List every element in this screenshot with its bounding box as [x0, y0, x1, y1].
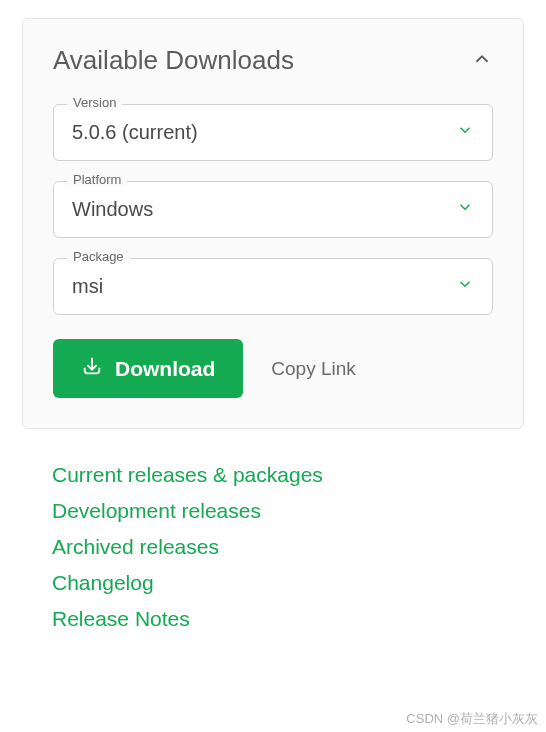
version-field-group: Version 5.0.6 (current) [53, 104, 493, 161]
download-icon [81, 355, 103, 382]
action-row: Download Copy Link [53, 339, 493, 398]
link-development-releases[interactable]: Development releases [52, 499, 524, 523]
package-value: msi [72, 275, 103, 298]
platform-field-group: Platform Windows [53, 181, 493, 238]
download-label: Download [115, 357, 215, 381]
chevron-up-icon[interactable] [471, 48, 493, 74]
chevron-down-icon [456, 275, 474, 298]
link-changelog[interactable]: Changelog [52, 571, 524, 595]
version-value: 5.0.6 (current) [72, 121, 198, 144]
chevron-down-icon [456, 121, 474, 144]
version-select[interactable]: 5.0.6 (current) [53, 104, 493, 161]
link-current-releases[interactable]: Current releases & packages [52, 463, 524, 487]
watermark: CSDN @荷兰猪小灰灰 [406, 710, 538, 728]
download-button[interactable]: Download [53, 339, 243, 398]
link-release-notes[interactable]: Release Notes [52, 607, 524, 631]
downloads-panel: Available Downloads Version 5.0.6 (curre… [22, 18, 524, 429]
package-field-group: Package msi [53, 258, 493, 315]
platform-value: Windows [72, 198, 153, 221]
links-section: Current releases & packages Development … [52, 463, 524, 631]
package-select[interactable]: msi [53, 258, 493, 315]
package-label: Package [67, 249, 130, 264]
copy-link[interactable]: Copy Link [271, 358, 356, 380]
platform-select[interactable]: Windows [53, 181, 493, 238]
version-label: Version [67, 95, 122, 110]
panel-title: Available Downloads [53, 45, 294, 76]
panel-header: Available Downloads [53, 45, 493, 76]
platform-label: Platform [67, 172, 127, 187]
link-archived-releases[interactable]: Archived releases [52, 535, 524, 559]
chevron-down-icon [456, 198, 474, 221]
